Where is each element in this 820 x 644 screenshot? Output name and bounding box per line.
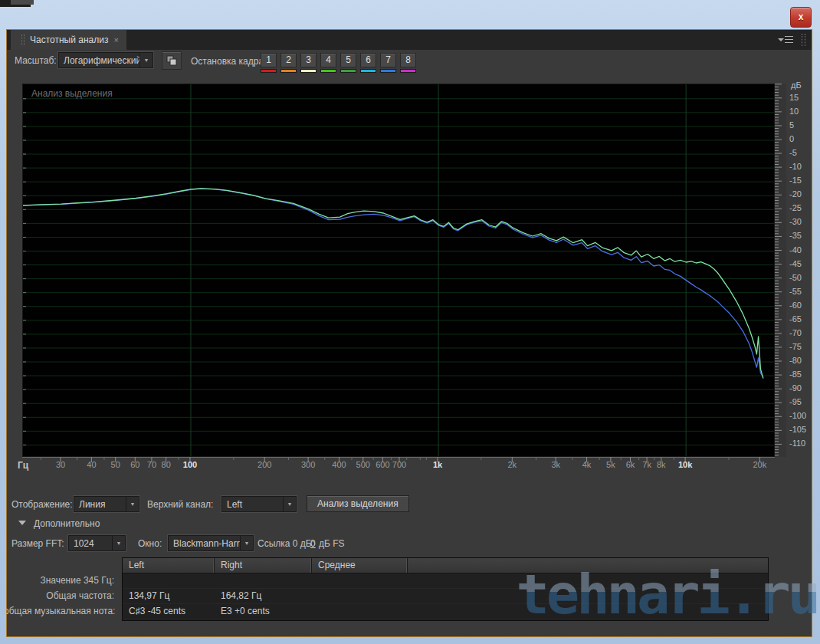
- reference-unit: дБ FS: [319, 538, 345, 549]
- panel-grip-icon: [802, 34, 805, 46]
- db-tick-label: -100: [789, 411, 806, 420]
- frame-color-swatch-3: [300, 69, 317, 73]
- tab-grip-icon: [21, 34, 25, 45]
- frame-color-swatch-8: [400, 69, 416, 73]
- advanced-label[interactable]: Дополнительно: [34, 518, 100, 529]
- window-type-label: Окно:: [138, 538, 162, 549]
- display-dropdown[interactable]: Линия ▼: [74, 496, 139, 512]
- table-cell: 164,82 Гц: [215, 589, 312, 603]
- table-cell: [312, 573, 408, 588]
- frame-stop-button-2[interactable]: 2: [280, 53, 297, 67]
- db-tick-label: -55: [789, 287, 802, 296]
- freq-tick-label: 4k: [574, 460, 600, 469]
- freq-tick-label: 10k: [672, 460, 698, 469]
- freq-tick-label: 3k: [543, 460, 569, 469]
- frame-color-swatch-5: [340, 69, 356, 73]
- frame-color-swatch-7: [380, 69, 396, 73]
- db-tick-label: 10: [789, 107, 799, 116]
- tab-bar: Частотный анализ ×: [7, 30, 812, 50]
- table-row: 134,97 Гц164,82 Гц: [123, 589, 768, 604]
- table-row-label: общая музыкальная нота:: [4, 606, 114, 616]
- frame-stop-button-6[interactable]: 6: [360, 53, 376, 67]
- db-tick-label: -50: [789, 273, 802, 282]
- frame-color-swatch-1: [261, 69, 277, 73]
- freq-tick-label: 2k: [499, 460, 525, 469]
- db-tick-label: 15: [789, 93, 799, 102]
- table-row: C♯3 -45 centsE3 +0 cents: [123, 604, 768, 619]
- db-tick-label: 0: [789, 134, 794, 143]
- freq-tick-label: 40: [78, 460, 104, 469]
- reference-value[interactable]: 0: [310, 538, 316, 549]
- fft-size-dropdown[interactable]: 1024 ▼: [68, 535, 126, 551]
- copy-icon: [166, 55, 177, 66]
- frame-stop-button-8[interactable]: 8: [400, 53, 416, 67]
- frequency-analysis-panel: Частотный анализ × Масштаб: Логарифмичес…: [6, 29, 812, 637]
- results-table: LeftRightСреднее134,97 Гц164,82 ГцC♯3 -4…: [122, 557, 769, 621]
- table-cell: [408, 604, 768, 619]
- freq-tick-label: 200: [251, 460, 277, 469]
- panel-menu-icon[interactable]: [778, 34, 793, 45]
- table-row-label: Значение 345 Гц:: [4, 575, 114, 586]
- db-tick-label: -95: [789, 397, 802, 406]
- db-axis-unit: дБ: [791, 80, 802, 90]
- freq-tick-label: 700: [386, 460, 412, 469]
- table-row-label: Общая частота:: [4, 590, 114, 601]
- frame-stop-button-1[interactable]: 1: [261, 53, 277, 67]
- table-header-left[interactable]: Left: [123, 558, 215, 573]
- table-row: [123, 573, 768, 589]
- frame-color-swatch-2: [280, 69, 297, 73]
- db-tick-label: -25: [789, 203, 802, 212]
- table-header-row: LeftRightСреднее: [123, 558, 768, 573]
- background-window-fragment-2: [11, 0, 34, 5]
- plot-overlay-label: Анализ выделения: [31, 88, 113, 99]
- db-tick-label: -80: [789, 356, 802, 365]
- window-type-dropdown[interactable]: Blackmann-Harris ▼: [168, 535, 254, 551]
- db-tick-label: -70: [789, 328, 802, 337]
- top-channel-label: Верхний канал:: [147, 499, 213, 510]
- spectrum-plot[interactable]: [22, 84, 775, 457]
- table-cell: 134,97 Гц: [123, 589, 215, 603]
- scan-selection-button[interactable]: Анализ выделения: [307, 495, 409, 512]
- table-header-среднее[interactable]: Среднее: [312, 558, 408, 573]
- table-cell: [408, 573, 768, 588]
- frame-stop-button-7[interactable]: 7: [380, 53, 396, 67]
- db-tick-label: -90: [789, 383, 802, 393]
- copy-graph-button[interactable]: [162, 51, 182, 70]
- top-channel-dropdown[interactable]: Left ▼: [221, 496, 297, 512]
- window-close-button[interactable]: x: [790, 7, 812, 28]
- frame-color-swatch-4: [320, 69, 336, 73]
- chevron-down-icon: ▼: [126, 497, 139, 511]
- db-tick-label: -60: [789, 301, 802, 310]
- frame-stop-button-4[interactable]: 4: [320, 53, 336, 67]
- advanced-collapse-icon[interactable]: [18, 521, 26, 525]
- freq-tick-label: 400: [326, 460, 352, 469]
- table-cell: E3 +0 cents: [215, 604, 312, 619]
- db-tick-label: -20: [789, 189, 802, 199]
- db-tick-label: -85: [789, 370, 802, 379]
- db-tick-label: -75: [789, 342, 802, 351]
- tab-close-icon[interactable]: ×: [113, 35, 118, 44]
- scale-label: Масштаб:: [15, 55, 57, 66]
- freq-tick-label: 30: [48, 460, 74, 469]
- chevron-down-icon: ▼: [112, 536, 125, 550]
- db-tick-label: -40: [789, 245, 802, 255]
- table-header-right[interactable]: Right: [215, 558, 312, 573]
- frame-stop-button-5[interactable]: 5: [340, 53, 356, 67]
- curve-left: [23, 189, 763, 379]
- reference-label: Ссылка 0 дБ:: [257, 538, 314, 549]
- db-tick-label: -45: [789, 259, 802, 268]
- frame-stop-button-3[interactable]: 3: [300, 53, 317, 67]
- desktop: { "window": { "close_label": "x" }, "tab…: [0, 0, 820, 644]
- freq-tick-label: 20k: [746, 460, 772, 469]
- table-header-empty[interactable]: [408, 558, 768, 573]
- freq-tick-label: 1k: [425, 460, 451, 469]
- table-cell: C♯3 -45 cents: [123, 604, 215, 619]
- chevron-down-icon: ▼: [240, 536, 253, 550]
- db-tick-label: -65: [789, 314, 802, 324]
- freq-tick-label: 100: [177, 460, 203, 469]
- freq-tick-label: 300: [295, 460, 321, 469]
- tab-frequency-analysis[interactable]: Частотный анализ ×: [11, 30, 126, 50]
- freq-tick-label: 80: [153, 460, 179, 469]
- db-ruler: [775, 84, 786, 457]
- scale-dropdown[interactable]: Логарифмический ▼: [58, 52, 153, 68]
